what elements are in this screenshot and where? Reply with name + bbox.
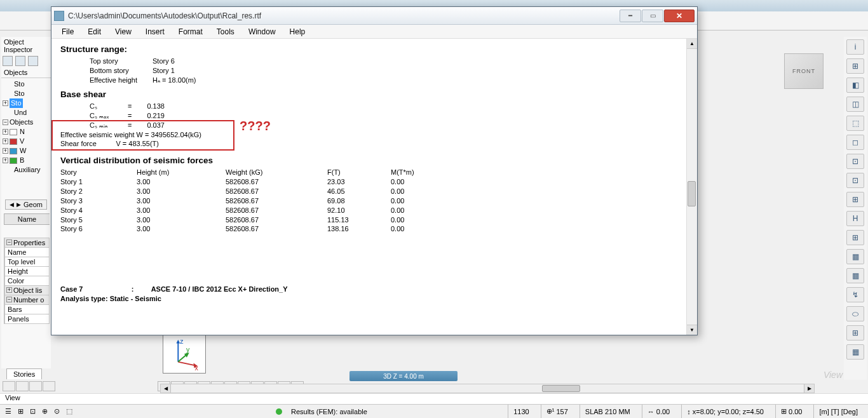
prop-row[interactable]: Color — [4, 276, 50, 286]
expand-icon[interactable]: + — [3, 100, 8, 106]
right-tool-7[interactable]: ⊡ — [846, 173, 864, 188]
menu-help[interactable]: Help — [283, 26, 312, 37]
expand-icon[interactable]: + — [3, 158, 8, 163]
object-tree[interactable]: Sto Sto +Sto Und −Objects +N +V +W +B Au… — [1, 78, 51, 176]
title-bar[interactable]: C:\Users\admin\Documents\Autodesk\Output… — [51, 7, 697, 25]
stories-tab[interactable]: Stories — [6, 368, 42, 379]
funnel-icon[interactable] — [15, 56, 25, 66]
status-results: Results (FEM): available — [291, 408, 367, 415]
prop-row[interactable]: Object lis — [13, 287, 42, 294]
tree-item-selected[interactable]: Sto — [10, 98, 23, 108]
right-tool-12[interactable]: ▦ — [846, 268, 864, 283]
expand-icon[interactable]: + — [3, 148, 8, 154]
right-tool-3[interactable]: ◫ — [846, 97, 864, 112]
right-tool-2[interactable]: ◧ — [846, 78, 864, 93]
value: Story 6 — [153, 57, 212, 66]
right-tool-13[interactable]: ↯ — [846, 287, 864, 302]
cell: Story 5 — [60, 215, 137, 225]
cell: 3.00 — [137, 215, 226, 225]
properties-header[interactable]: Properties — [13, 239, 45, 246]
structure-range-header: Structure range: — [60, 44, 677, 55]
right-tool-8[interactable]: ⊞ — [846, 192, 864, 207]
right-tool-0[interactable]: i — [846, 39, 864, 55]
expand-icon[interactable]: + — [3, 129, 8, 135]
menu-window[interactable]: Window — [242, 26, 282, 37]
cell: 0.00 — [391, 224, 442, 234]
table-row: Story 43.00582608.6792.100.00 — [60, 206, 442, 215]
vertical-scrollbar[interactable]: ▲ ▼ — [686, 39, 697, 335]
effective-seismic-weight: Effective seismic weight W = 3495652.04(… — [60, 130, 677, 140]
scroll-right-icon[interactable]: ▶ — [804, 384, 814, 393]
tool-icon[interactable] — [16, 381, 29, 391]
prop-row[interactable]: Top level — [4, 257, 50, 267]
scroll-up-icon[interactable]: ▲ — [687, 39, 697, 49]
toggle-icon[interactable]: ⊕ — [42, 407, 48, 415]
value: 0.037 — [147, 121, 180, 130]
prop-row[interactable]: Bars — [4, 305, 50, 314]
menu-tools[interactable]: Tools — [210, 26, 241, 37]
menu-edit[interactable]: Edit — [81, 26, 107, 37]
geometry-tab[interactable]: ◀▶ Geom — [5, 199, 47, 210]
table-row: Story 53.00582608.67115.130.00 — [60, 215, 442, 225]
horizontal-scrollbar[interactable]: ◀ ▶ — [160, 384, 815, 393]
toggle-icon[interactable]: ☰ — [5, 407, 11, 415]
status-units: [m] [T] [Deg] — [819, 408, 858, 415]
prop-row[interactable]: Height — [4, 267, 50, 276]
geom-tab-label: Geom — [24, 201, 43, 208]
status-led-icon — [276, 408, 282, 415]
right-tool-14[interactable]: ⬭ — [846, 306, 864, 321]
right-tool-6[interactable]: ⊡ — [846, 154, 864, 169]
tree-item-label: N — [20, 127, 25, 137]
seismic-forces-table: StoryHeight (m)Weight (kG)F(T)M(T*m) Sto… — [60, 168, 442, 234]
tool-icon[interactable] — [3, 381, 15, 391]
label: Bottom story — [90, 66, 153, 76]
value: 0.138 — [147, 102, 180, 111]
tool-icon[interactable] — [29, 381, 42, 391]
right-toolbar: i⊞◧◫⬚◻⊡⊡⊞H⊞▦▦↯⬭⊞▦ — [844, 37, 867, 380]
ruler-icon: ↔ — [648, 408, 654, 415]
number-header[interactable]: Number o — [13, 296, 44, 304]
menu-format[interactable]: Format — [172, 26, 209, 37]
close-button[interactable]: ✕ — [664, 10, 695, 22]
toggle-icon[interactable]: ⊡ — [30, 407, 36, 415]
maximize-button[interactable]: ▭ — [642, 10, 663, 22]
view-3d-bar: 3D Z = 4.00 m — [349, 371, 458, 381]
menu-file[interactable]: File — [55, 26, 80, 37]
prop-row[interactable]: Panels — [4, 314, 50, 324]
tool-icon[interactable] — [43, 381, 55, 391]
scroll-thumb[interactable] — [688, 181, 696, 206]
cell: 582608.67 — [226, 206, 327, 215]
right-tool-10[interactable]: ⊞ — [846, 230, 864, 245]
toggle-icon[interactable]: ⊞ — [18, 407, 24, 415]
right-tool-4[interactable]: ⬚ — [846, 116, 864, 131]
col-header: M(T*m) — [391, 168, 442, 177]
cell: 3.00 — [137, 206, 226, 215]
search-icon[interactable] — [28, 56, 38, 66]
menu-view[interactable]: View — [109, 26, 138, 37]
tree-item-label: Objects — [10, 118, 33, 127]
status-dim1: 1130 — [513, 408, 529, 415]
right-tool-15[interactable]: ⊞ — [846, 325, 864, 340]
right-tool-16[interactable]: ▦ — [846, 344, 864, 360]
scroll-down-icon[interactable]: ▼ — [687, 325, 697, 335]
minimize-button[interactable]: ━ — [620, 10, 641, 22]
filter-icon[interactable] — [3, 56, 13, 66]
expand-icon[interactable]: + — [3, 138, 8, 144]
tree-item-label: Und — [14, 108, 27, 118]
prop-row[interactable]: Name — [4, 248, 50, 257]
toggle-icon[interactable]: ⊙ — [54, 407, 60, 415]
scroll-thumb[interactable] — [542, 385, 580, 392]
menu-insert[interactable]: Insert — [139, 26, 171, 37]
scroll-left-icon[interactable]: ◀ — [161, 384, 171, 393]
toggle-icon[interactable]: ⬚ — [66, 407, 72, 415]
viewcube[interactable]: FRONT — [784, 53, 824, 89]
right-tool-11[interactable]: ▦ — [846, 249, 864, 264]
right-tool-5[interactable]: ◻ — [846, 135, 864, 150]
right-tool-9[interactable]: H — [846, 211, 864, 226]
collapse-icon[interactable]: − — [3, 119, 8, 125]
cell: 23.03 — [327, 177, 391, 187]
base-shear-table: Cₛ=0.138 Cₛ ₘₐₓ=0.219 Cₛ ₘᵢₙ=0.037 — [90, 102, 180, 130]
right-tool-1[interactable]: ⊞ — [846, 58, 864, 74]
document-content: Structure range: Top storyStory 6 Bottom… — [51, 39, 686, 335]
grid-icon: ⊞ — [781, 407, 787, 415]
